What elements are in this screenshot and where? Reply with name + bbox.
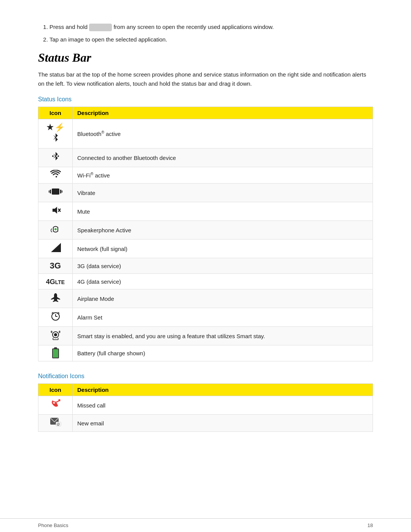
table-row: @ New email (38, 415, 373, 432)
svg-point-10 (54, 228, 57, 230)
intro-item-2: Tap an image to open the selected applic… (49, 35, 373, 44)
footer: Phone Basics 18 (0, 518, 411, 532)
footer-page-number: 18 (368, 522, 373, 528)
description-cell: Missed call (73, 396, 373, 415)
notif-table-icon-header: Icon (38, 384, 73, 396)
svg-rect-6 (62, 190, 62, 193)
intro-list: Press and hold from any screen to open t… (38, 23, 373, 44)
table-row: ★⚡ Bluetooth® active (38, 119, 373, 149)
description-cell: 4G (data service) (73, 274, 373, 289)
icon-cell: ★⚡ (38, 119, 73, 149)
intro-item1-text: from any screen to open the recently use… (113, 24, 274, 30)
table-row: Speakerphone Active (38, 221, 373, 240)
icon-cell (38, 308, 73, 327)
icon-cell (38, 396, 73, 415)
icon-cell (38, 240, 73, 258)
table-row: Airplane Mode (38, 289, 373, 308)
status-bar-description: The status bar at the top of the home sc… (38, 70, 373, 88)
icon-cell (38, 149, 73, 167)
description-cell: Smart stay is enabled, and you are using… (73, 327, 373, 345)
notification-icons-table: Icon Description Missed call @ New email (38, 383, 373, 432)
description-cell: New email (73, 415, 373, 432)
intro-item2-text: Tap an image to open the selected applic… (49, 36, 167, 43)
notification-icons-heading: Notification Icons (38, 373, 373, 380)
status-bar-title: Status Bar (38, 51, 373, 65)
svg-point-1 (57, 155, 59, 157)
status-table-desc-header: Description (73, 107, 373, 119)
icon-cell (38, 289, 73, 308)
intro-item-1: Press and hold from any screen to open t… (49, 23, 373, 32)
notif-table-desc-header: Description (73, 384, 373, 396)
description-cell: Vibrate (73, 184, 373, 202)
page-content: Press and hold from any screen to open t… (0, 0, 411, 474)
table-row: Alarm Set (38, 308, 373, 327)
status-icons-heading: Status Icons (38, 96, 373, 103)
description-cell: 3G (data service) (73, 258, 373, 274)
description-cell: Network (full signal) (73, 240, 373, 258)
table-row: Connected to another Bluetooth device (38, 149, 373, 167)
svg-marker-7 (53, 207, 57, 214)
icon-cell: 4GLTE (38, 274, 73, 289)
svg-marker-11 (51, 243, 61, 252)
icon-cell (38, 221, 73, 240)
table-row: Network (full signal) (38, 240, 373, 258)
description-cell: Wi-Fi® active (73, 167, 373, 184)
status-icons-table: Icon Description ★⚡ Bluetooth® active Co… (38, 107, 373, 361)
svg-point-0 (52, 155, 54, 157)
table-row: Wi-Fi® active (38, 167, 373, 184)
svg-rect-5 (49, 190, 49, 193)
footer-section-label: Phone Basics (38, 522, 68, 528)
svg-rect-3 (50, 190, 51, 193)
icon-cell (38, 202, 73, 221)
description-cell: Mute (73, 202, 373, 221)
table-row: Battery (full charge shown) (38, 345, 373, 361)
svg-rect-4 (60, 190, 61, 193)
status-table-icon-header: Icon (38, 107, 73, 119)
icon-cell (38, 327, 73, 345)
table-row: Vibrate (38, 184, 373, 202)
description-cell: Alarm Set (73, 308, 373, 327)
svg-rect-2 (52, 189, 59, 195)
table-row: Missed call (38, 396, 373, 415)
icon-cell (38, 167, 73, 184)
table-row: Smart stay is enabled, and you are using… (38, 327, 373, 345)
table-row: Mute (38, 202, 373, 221)
description-cell: Connected to another Bluetooth device (73, 149, 373, 167)
description-cell: Bluetooth® active (73, 119, 373, 149)
svg-text:@: @ (56, 422, 60, 426)
svg-point-18 (54, 333, 57, 336)
table-row: 4GLTE 4G (data service) (38, 274, 373, 289)
description-cell: Battery (full charge shown) (73, 345, 373, 361)
icon-cell: 3G (38, 258, 73, 274)
description-cell: Airplane Mode (73, 289, 373, 308)
button-inline-icon (89, 24, 112, 31)
icon-cell: @ (38, 415, 73, 432)
icon-cell (38, 184, 73, 202)
table-row: 3G 3G (data service) (38, 258, 373, 274)
description-cell: Speakerphone Active (73, 221, 373, 240)
icon-cell (38, 345, 73, 361)
